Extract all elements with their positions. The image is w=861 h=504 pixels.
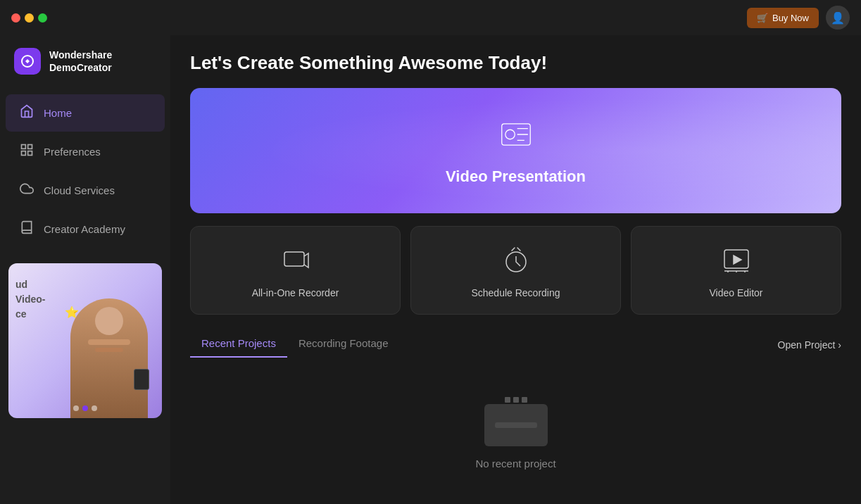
- sidebar-preview: ud Video- ce ⭐: [8, 263, 162, 418]
- user-icon: 👤: [831, 11, 845, 25]
- page-title: Let's Create Something Awesome Today!: [190, 52, 841, 74]
- hero-banner[interactable]: Video Presentation: [190, 88, 841, 213]
- open-project-link[interactable]: Open Project ›: [778, 339, 841, 351]
- sidebar-item-cloud-label: Cloud Services: [44, 184, 115, 196]
- tabs-list: Recent Projects Recording Footage: [190, 332, 399, 358]
- sidebar: WondershareDemoCreator Home Preferen: [0, 0, 170, 504]
- close-button[interactable]: [11, 13, 20, 23]
- main-content: Let's Create Something Awesome Today! Vi…: [170, 0, 861, 504]
- svg-marker-13: [734, 256, 741, 264]
- svg-rect-2: [28, 145, 32, 149]
- card-recorder-label: All-in-One Recorder: [252, 287, 339, 298]
- brand-name: WondershareDemoCreator: [49, 49, 112, 74]
- svg-rect-3: [28, 151, 32, 156]
- tabs-header: Recent Projects Recording Footage Open P…: [190, 332, 841, 358]
- cards-row: All-in-One Recorder Schedule Recording: [190, 226, 841, 315]
- maximize-button[interactable]: [38, 13, 47, 23]
- brand-logo: [14, 48, 41, 75]
- svg-rect-4: [22, 151, 26, 156]
- card-editor-label: Video Editor: [709, 287, 762, 298]
- svg-rect-10: [284, 252, 304, 266]
- empty-state: No recent project: [190, 369, 841, 498]
- schedule-icon: [502, 246, 530, 277]
- brand: WondershareDemoCreator: [0, 35, 170, 87]
- empty-state-text: No recent project: [475, 458, 555, 470]
- book-icon: [20, 220, 34, 238]
- buy-now-button[interactable]: 🛒 Buy Now: [747, 8, 819, 28]
- card-all-in-one-recorder[interactable]: All-in-One Recorder: [190, 226, 401, 315]
- sidebar-item-home[interactable]: Home: [6, 94, 165, 132]
- preferences-icon: [20, 143, 34, 160]
- sidebar-item-academy[interactable]: Creator Academy: [6, 210, 165, 248]
- recorder-icon: [282, 246, 310, 277]
- card-schedule-recording[interactable]: Schedule Recording: [410, 226, 621, 315]
- card-video-editor[interactable]: Video Editor: [631, 226, 841, 315]
- preview-dot-active: [82, 405, 88, 411]
- cart-icon: 🛒: [757, 13, 768, 23]
- tab-recording-footage[interactable]: Recording Footage: [287, 332, 400, 358]
- card-schedule-label: Schedule Recording: [471, 287, 560, 298]
- sidebar-item-cloud[interactable]: Cloud Services: [6, 172, 165, 209]
- svg-point-6: [505, 130, 515, 139]
- tab-recent-projects[interactable]: Recent Projects: [190, 332, 287, 358]
- traffic-lights: [11, 13, 47, 23]
- cloud-icon: [20, 182, 34, 199]
- titlebar-right: 🛒 Buy Now 👤: [747, 6, 850, 30]
- user-avatar-button[interactable]: 👤: [826, 6, 850, 30]
- preview-dot: [92, 405, 97, 411]
- open-project-label: Open Project: [778, 339, 836, 351]
- preview-dot: [73, 405, 79, 411]
- buy-now-label: Buy Now: [772, 13, 809, 23]
- sidebar-item-preferences[interactable]: Preferences: [6, 133, 165, 170]
- chevron-right-icon: ›: [838, 339, 841, 351]
- svg-rect-1: [22, 145, 26, 149]
- empty-state-icon: [484, 397, 548, 446]
- titlebar-left: [11, 13, 50, 23]
- minimize-button[interactable]: [25, 13, 34, 23]
- home-icon: [20, 104, 34, 122]
- preview-dots: [73, 405, 97, 411]
- sidebar-item-academy-label: Creator Academy: [44, 223, 125, 235]
- hero-label: Video Presentation: [446, 168, 586, 186]
- editor-icon: [722, 246, 750, 277]
- sidebar-item-preferences-label: Preferences: [44, 146, 101, 158]
- titlebar: 🛒 Buy Now 👤: [0, 0, 861, 35]
- sidebar-item-home-label: Home: [44, 107, 72, 119]
- nav-menu: Home Preferences Cloud Services: [0, 93, 170, 249]
- video-presentation-icon: [497, 115, 535, 160]
